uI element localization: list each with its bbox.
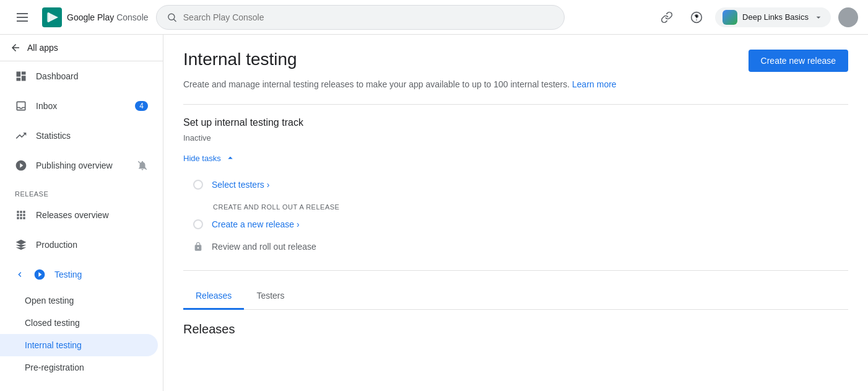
page-title: Internal testing	[183, 50, 297, 69]
search-icon	[167, 12, 177, 23]
hide-tasks-toggle[interactable]: Hide tasks	[183, 152, 848, 164]
internal-testing-label: Internal testing	[25, 340, 82, 350]
release-section-label: Release	[0, 180, 163, 200]
sidebar-subitem-closed-testing[interactable]: Closed testing	[0, 312, 163, 334]
help-button[interactable]	[685, 6, 708, 29]
status-inactive: Inactive	[183, 133, 848, 143]
sidebar-item-production[interactable]: Production	[0, 230, 163, 260]
task-list: Select testers › CREATE AND ROLL OUT A R…	[193, 174, 848, 258]
sidebar-subitem-internal-testing[interactable]: Internal testing	[0, 334, 158, 356]
closed-testing-label: Closed testing	[25, 318, 80, 328]
bell-off-icon	[137, 160, 148, 171]
open-testing-label: Open testing	[25, 296, 74, 305]
task-item-create-release: Create a new release ›	[193, 213, 848, 235]
chevron-left-icon	[15, 270, 25, 279]
select-testers-link[interactable]: Select testers ›	[212, 180, 269, 190]
releases-section-title: Releases	[183, 322, 848, 336]
app-selector[interactable]: Deep Links Basics	[715, 7, 831, 27]
task-item-select-testers: Select testers ›	[193, 174, 848, 196]
svg-rect-0	[17, 13, 28, 14]
sidebar-item-releases-overview[interactable]: Releases overview	[0, 200, 163, 230]
pre-registration-label: Pre-registration	[25, 362, 84, 372]
dashboard-icon	[15, 70, 27, 82]
svg-line-7	[173, 19, 175, 21]
header-right: Deep Links Basics	[656, 6, 858, 29]
sidebar-item-label-testing: Testing	[54, 270, 148, 279]
inbox-badge: 4	[135, 101, 148, 111]
play-console-logo	[42, 7, 62, 27]
sidebar-item-inbox[interactable]: Inbox 4	[0, 91, 163, 121]
svg-rect-2	[17, 20, 28, 22]
page-description: Create and manage internal testing relea…	[183, 79, 848, 89]
logo-text: Google Play Console	[67, 12, 149, 22]
avatar[interactable]	[838, 7, 858, 27]
sidebar-item-label-statistics: Statistics	[36, 131, 148, 141]
releases-overview-icon	[15, 209, 27, 221]
svg-rect-5	[47, 12, 50, 22]
svg-point-9	[696, 19, 697, 20]
link-icon-button[interactable]	[656, 6, 678, 29]
sidebar-item-testing[interactable]: Testing	[0, 260, 163, 289]
sidebar-item-label-production: Production	[36, 240, 148, 250]
production-icon	[15, 239, 27, 251]
link-icon	[661, 11, 673, 24]
divider-1	[183, 104, 848, 105]
sidebar-subitem-pre-registration[interactable]: Pre-registration	[0, 356, 163, 379]
sidebar-item-label-inbox: Inbox	[36, 101, 126, 111]
all-apps-label: All apps	[27, 43, 58, 53]
sidebar-item-statistics[interactable]: Statistics	[0, 121, 163, 151]
app-header: Google Play Console Deep Links Basics	[0, 0, 868, 35]
review-rollout-label: Review and roll out release	[212, 242, 316, 252]
hide-tasks-label: Hide tasks	[183, 154, 221, 163]
task-circle-select-testers	[193, 180, 203, 190]
statistics-icon	[15, 130, 27, 142]
help-icon	[690, 11, 703, 24]
sidebar-item-publishing[interactable]: Publishing overview	[0, 151, 163, 180]
setup-section-title: Set up internal testing track	[183, 117, 848, 128]
search-input[interactable]	[183, 12, 554, 22]
main-layout: All apps Dashboard Inbox 4 Statistics	[0, 35, 868, 391]
sidebar-subitem-open-testing[interactable]: Open testing	[0, 289, 163, 312]
tab-releases[interactable]: Releases	[183, 283, 244, 310]
testing-icon	[33, 268, 46, 281]
divider-2	[183, 270, 848, 271]
create-release-task-link[interactable]: Create a new release ›	[212, 219, 300, 229]
sidebar-item-dashboard[interactable]: Dashboard	[0, 61, 163, 91]
task-item-review-rollout: Review and roll out release	[193, 235, 848, 258]
app-name: Deep Links Basics	[742, 12, 809, 22]
lock-icon	[193, 242, 203, 252]
back-arrow-icon	[10, 42, 21, 53]
create-release-button[interactable]: Create new release	[749, 50, 848, 72]
tab-testers[interactable]: Testers	[244, 283, 297, 310]
chevron-down-icon	[814, 12, 823, 22]
logo: Google Play Console	[42, 7, 149, 27]
main-content: Internal testing Create new release Crea…	[163, 35, 868, 391]
hamburger-icon	[17, 13, 28, 22]
learn-more-link[interactable]: Learn more	[572, 79, 617, 89]
page-header: Internal testing Create new release	[183, 50, 848, 72]
menu-button[interactable]	[10, 5, 35, 30]
all-apps-button[interactable]: All apps	[0, 35, 163, 61]
chevron-up-icon	[225, 152, 236, 164]
content-tabs: Releases Testers	[183, 283, 848, 310]
task-circle-create-release	[193, 219, 203, 229]
search-bar[interactable]	[156, 5, 565, 30]
app-icon	[723, 10, 737, 25]
sidebar-item-label-publishing: Publishing overview	[36, 160, 128, 170]
create-rollout-label: CREATE AND ROLL OUT A RELEASE	[213, 203, 848, 211]
sidebar-item-label-releases-overview: Releases overview	[36, 210, 148, 220]
sidebar-item-label-dashboard: Dashboard	[36, 71, 148, 81]
inbox-icon	[15, 100, 27, 112]
publishing-icon	[15, 159, 27, 172]
svg-rect-1	[17, 17, 28, 18]
sidebar: All apps Dashboard Inbox 4 Statistics	[0, 35, 163, 391]
